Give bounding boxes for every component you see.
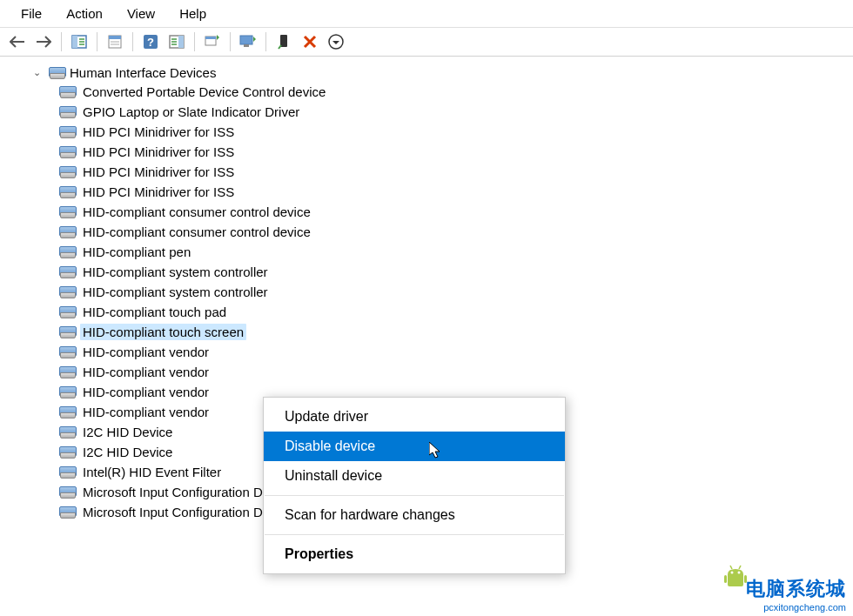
help-button[interactable]: ? — [138, 30, 163, 53]
menu-view[interactable]: View — [115, 3, 167, 23]
device-item[interactable]: HID-compliant touch pad — [56, 302, 853, 322]
device-item[interactable]: HID-compliant consumer control device — [56, 202, 853, 222]
toolbar-separator — [132, 32, 133, 51]
menu-action[interactable]: Action — [54, 3, 115, 23]
device-label: HID PCI Minidriver for ISS — [80, 164, 237, 180]
device-icon — [59, 166, 75, 178]
device-item[interactable]: HID-compliant consumer control device — [56, 222, 853, 242]
device-icon — [59, 246, 75, 258]
device-label: GPIO Laptop or Slate Indicator Driver — [80, 104, 302, 120]
scan-icon — [205, 34, 220, 50]
toolbar-separator — [265, 32, 266, 51]
device-label: HID-compliant system controller — [80, 264, 271, 280]
device-item[interactable]: HID PCI Minidriver for ISS — [56, 122, 853, 142]
device-icon — [59, 126, 75, 138]
action-pane-button[interactable] — [165, 30, 189, 53]
device-item[interactable]: HID PCI Minidriver for ISS — [56, 162, 853, 182]
show-hide-console-button[interactable] — [67, 30, 91, 53]
ctx-separator — [265, 495, 564, 496]
device-label: HID-compliant system controller — [80, 284, 271, 300]
device-icon — [59, 266, 75, 278]
device-item[interactable]: HID-compliant vendor — [56, 362, 853, 382]
device-label: Intel(R) HID Event Filter — [80, 464, 224, 480]
device-label: HID-compliant pen — [80, 244, 193, 260]
toolbar-separator — [97, 32, 97, 51]
properties-icon — [108, 35, 122, 49]
device-icon — [59, 326, 75, 338]
device-icon — [59, 186, 75, 198]
forward-button[interactable] — [31, 30, 56, 53]
menubar: File Action View Help — [0, 0, 853, 28]
device-label: I2C HID Device — [80, 444, 175, 460]
device-disable-icon — [278, 34, 290, 50]
device-icon — [59, 366, 75, 378]
android-logo-icon — [722, 564, 749, 590]
svg-rect-12 — [280, 35, 287, 47]
context-menu: Update driver Disable device Uninstall d… — [263, 397, 566, 574]
device-item[interactable]: HID-compliant pen — [56, 242, 853, 262]
device-item[interactable]: Converted Portable Device Control device — [56, 82, 853, 102]
help-icon: ? — [143, 34, 158, 50]
device-label: HID-compliant vendor — [80, 404, 212, 420]
svg-rect-11 — [244, 44, 249, 47]
device-item[interactable]: HID-compliant system controller — [56, 282, 853, 302]
device-label: HID-compliant touch screen — [80, 324, 246, 340]
device-item[interactable]: GPIO Laptop or Slate Indicator Driver — [56, 102, 853, 122]
down-circle-icon — [328, 34, 344, 50]
update-driver-button[interactable] — [236, 30, 260, 53]
ctx-update-driver[interactable]: Update driver — [264, 402, 565, 432]
svg-line-19 — [739, 566, 741, 569]
device-item[interactable]: HID-compliant vendor — [56, 342, 853, 362]
device-label: I2C HID Device — [80, 424, 175, 440]
device-icon — [59, 386, 75, 398]
ctx-separator — [265, 534, 564, 535]
menu-help[interactable]: Help — [167, 3, 218, 23]
device-item[interactable]: HID PCI Minidriver for ISS — [56, 182, 853, 202]
device-item[interactable]: HID-compliant touch screen — [56, 322, 853, 342]
device-icon — [59, 286, 75, 298]
menu-file[interactable]: File — [9, 3, 54, 23]
device-icon — [59, 406, 75, 418]
device-icon — [59, 486, 75, 499]
device-icon — [59, 506, 75, 519]
enable-device-button[interactable] — [324, 30, 348, 53]
category-label: Human Interface Devices — [70, 65, 216, 80]
device-item[interactable]: HID-compliant system controller — [56, 262, 853, 282]
ctx-disable-device[interactable]: Disable device — [264, 432, 565, 461]
svg-rect-10 — [240, 36, 252, 44]
hid-category-icon — [49, 67, 64, 79]
back-button[interactable] — [5, 30, 30, 53]
device-label: HID PCI Minidriver for ISS — [80, 184, 237, 200]
disable-device-button[interactable] — [272, 30, 296, 53]
properties-button[interactable] — [103, 30, 127, 53]
ctx-uninstall-device[interactable]: Uninstall device — [264, 461, 565, 491]
device-icon — [59, 226, 75, 238]
monitor-update-icon — [239, 35, 257, 49]
toolbar: ? — [0, 28, 853, 57]
chevron-down-icon: ⌄ — [33, 67, 44, 78]
x-icon — [303, 35, 317, 49]
device-icon — [59, 206, 75, 218]
device-icon — [59, 426, 75, 439]
ctx-scan-hardware[interactable]: Scan for hardware changes — [264, 500, 565, 530]
device-label: HID PCI Minidriver for ISS — [80, 144, 237, 160]
back-arrow-icon — [10, 36, 25, 48]
device-label: HID-compliant consumer control device — [80, 204, 313, 220]
svg-rect-9 — [205, 37, 216, 39]
ctx-properties[interactable]: Properties — [264, 539, 565, 569]
svg-point-14 — [731, 572, 734, 574]
device-item[interactable]: HID PCI Minidriver for ISS — [56, 142, 853, 162]
scan-hardware-button[interactable] — [200, 30, 225, 53]
forward-arrow-icon — [36, 36, 51, 48]
svg-rect-16 — [724, 575, 727, 583]
svg-rect-3 — [109, 36, 121, 39]
svg-rect-7 — [178, 36, 184, 48]
svg-line-18 — [730, 566, 732, 569]
uninstall-button[interactable] — [298, 30, 322, 53]
svg-rect-1 — [72, 36, 77, 48]
toolbar-separator — [230, 32, 231, 51]
device-label: HID PCI Minidriver for ISS — [80, 124, 237, 140]
svg-text:?: ? — [147, 36, 154, 49]
device-label: HID-compliant vendor — [80, 384, 212, 400]
category-human-interface-devices[interactable]: ⌄ Human Interface Devices — [30, 64, 853, 82]
